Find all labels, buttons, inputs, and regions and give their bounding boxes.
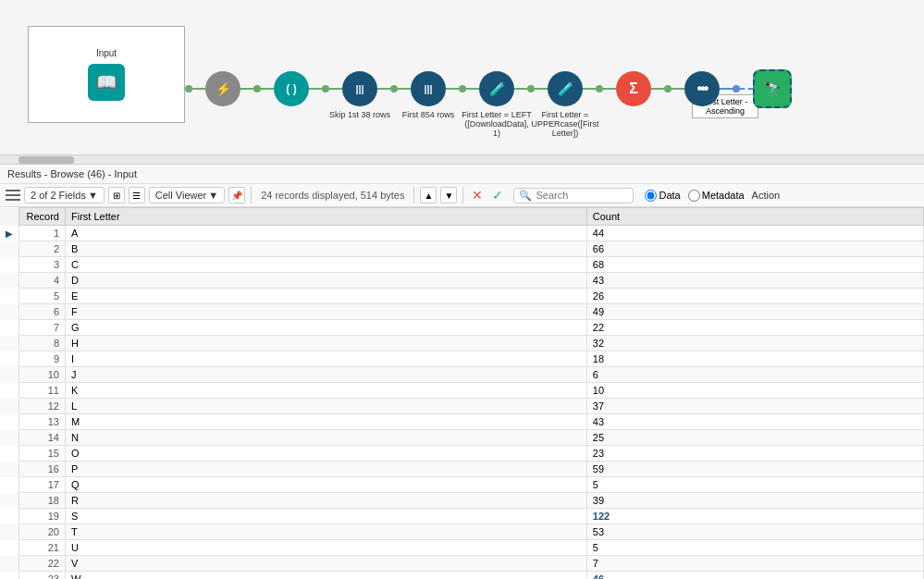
table-row: 8H32 bbox=[0, 336, 924, 351]
flask2-node[interactable]: 🧪 bbox=[548, 71, 583, 106]
cell-record: 4 bbox=[19, 273, 66, 289]
skip-rows-node[interactable]: ||| bbox=[342, 71, 377, 106]
fields-label: 2 of 2 Fields bbox=[31, 190, 86, 201]
row-arrow-cell bbox=[0, 493, 19, 509]
input-node-box[interactable]: Input 📖 bbox=[28, 26, 185, 123]
cell-record: 19 bbox=[19, 509, 66, 524]
cell-first-letter: V bbox=[66, 556, 587, 572]
scroll-down-btn[interactable]: ▼ bbox=[440, 187, 457, 203]
confirm-btn[interactable]: ✓ bbox=[489, 187, 506, 203]
row-arrow-cell bbox=[0, 241, 19, 257]
cell-first-letter: J bbox=[66, 367, 587, 383]
cell-record: 2 bbox=[19, 241, 66, 257]
table-view-icon[interactable]: ⊞ bbox=[108, 187, 125, 203]
connector-line-8 bbox=[446, 88, 459, 90]
search-box: 🔍 bbox=[513, 188, 634, 203]
cell-record: 6 bbox=[19, 304, 66, 320]
metadata-radio-item[interactable]: Metadata bbox=[688, 190, 745, 202]
input-node-label: Input bbox=[96, 48, 117, 58]
clear-btn[interactable]: ✕ bbox=[469, 187, 486, 203]
cell-first-letter: W bbox=[66, 572, 587, 580]
cell-count: 7 bbox=[586, 556, 923, 572]
row-arrow-cell bbox=[0, 399, 19, 414]
data-table: Record First Letter Count ▶1A442B663C684… bbox=[0, 207, 924, 579]
connector-line-3 bbox=[261, 88, 274, 90]
cell-count: 122 bbox=[586, 509, 923, 524]
column-view-icon[interactable]: ☰ bbox=[129, 187, 145, 203]
cell-first-letter: A bbox=[66, 226, 587, 241]
skip-rows-label: Skip 1st 38 rows bbox=[323, 110, 397, 119]
hamburger-icon[interactable] bbox=[6, 188, 20, 203]
row-arrow-cell bbox=[0, 462, 19, 477]
row-arrow-cell bbox=[0, 257, 19, 273]
cell-count: 68 bbox=[586, 257, 923, 273]
workflow-area: Input 📖 ⚡ ( ) ||| Skip 1st 38 rows bbox=[0, 0, 924, 155]
workflow-nodes-row: ⚡ ( ) ||| Skip 1st 38 rows ||| First 854… bbox=[185, 69, 792, 108]
cell-count: 59 bbox=[586, 462, 923, 477]
row-arrow-cell bbox=[0, 304, 19, 320]
table-row: 2B66 bbox=[0, 241, 924, 257]
fields-chevron-icon: ▼ bbox=[88, 190, 98, 201]
row-arrow-cell bbox=[0, 351, 19, 367]
cell-record: 11 bbox=[19, 383, 66, 399]
data-radio[interactable] bbox=[645, 190, 657, 202]
search-icon: 🔍 bbox=[519, 190, 532, 202]
cell-count: 53 bbox=[586, 524, 923, 540]
action-label[interactable]: Action bbox=[752, 190, 781, 201]
dots-node[interactable]: ••• bbox=[684, 71, 720, 106]
cell-count: 66 bbox=[586, 241, 923, 257]
results-header: Results - Browse (46) - Input bbox=[0, 165, 924, 184]
flask1-node[interactable]: 🧪 bbox=[479, 71, 514, 106]
flask1-node-wrapper: 🧪 First Letter = LEFT([DownloadData],1) bbox=[479, 71, 514, 106]
cell-viewer-dropdown[interactable]: Cell Viewer ▼ bbox=[149, 187, 225, 203]
view-radio-group: Data Metadata bbox=[645, 190, 744, 202]
fields-dropdown[interactable]: 2 of 2 Fields ▼ bbox=[24, 187, 105, 203]
connector-dot-8 bbox=[664, 85, 671, 92]
table-row: 14N25 bbox=[0, 430, 924, 446]
lightning-node[interactable]: ⚡ bbox=[205, 71, 240, 106]
cell-record: 16 bbox=[19, 462, 66, 477]
connector-dot-3 bbox=[322, 85, 329, 92]
sum-node[interactable]: Σ bbox=[616, 71, 651, 106]
separator-3 bbox=[462, 187, 463, 203]
cell-first-letter: B bbox=[66, 241, 587, 257]
data-radio-item[interactable]: Data bbox=[645, 190, 680, 202]
formula-node[interactable]: ( ) bbox=[274, 71, 309, 106]
metadata-radio[interactable] bbox=[688, 190, 700, 202]
table-row: 6F49 bbox=[0, 304, 924, 320]
cell-count: 6 bbox=[586, 367, 923, 383]
connector-line-blue-1 bbox=[720, 88, 733, 90]
connector-line-4 bbox=[309, 88, 322, 90]
row-arrow-cell: ▶ bbox=[0, 226, 19, 241]
row-arrow-cell bbox=[0, 477, 19, 493]
cell-first-letter: K bbox=[66, 383, 587, 399]
cell-count: 39 bbox=[586, 493, 923, 509]
cell-record: 12 bbox=[19, 399, 66, 414]
record-info: 24 records displayed, 514 bytes bbox=[261, 190, 404, 201]
cell-record: 9 bbox=[19, 351, 66, 367]
h-scrollbar[interactable] bbox=[0, 155, 924, 165]
search-input[interactable] bbox=[536, 190, 628, 201]
cell-count: 5 bbox=[586, 477, 923, 493]
binoculars-node[interactable]: 🔭 bbox=[753, 69, 792, 108]
cell-record: 18 bbox=[19, 493, 66, 509]
cell-count: 44 bbox=[586, 226, 923, 241]
table-row: 4D43 bbox=[0, 273, 924, 289]
cell-count: 25 bbox=[586, 430, 923, 446]
cell-first-letter: U bbox=[66, 540, 587, 556]
pin-icon[interactable]: 📌 bbox=[228, 187, 245, 203]
cell-first-letter: I bbox=[66, 351, 587, 367]
scroll-up-btn[interactable]: ▲ bbox=[420, 187, 437, 203]
cell-first-letter: P bbox=[66, 462, 587, 477]
table-row: 21U5 bbox=[0, 540, 924, 556]
lightning-node-wrapper: ⚡ bbox=[205, 71, 240, 106]
connector-line-15 bbox=[671, 88, 684, 90]
sum-node-wrapper: Σ bbox=[616, 71, 651, 106]
table-row: 23W46 bbox=[0, 572, 924, 580]
metadata-radio-label: Metadata bbox=[702, 190, 745, 201]
cell-first-letter: M bbox=[66, 414, 587, 430]
first-854-node[interactable]: ||| bbox=[411, 71, 446, 106]
table-row: 11K10 bbox=[0, 383, 924, 399]
connector-dot-2 bbox=[253, 85, 261, 92]
connector-line-14 bbox=[651, 88, 664, 90]
